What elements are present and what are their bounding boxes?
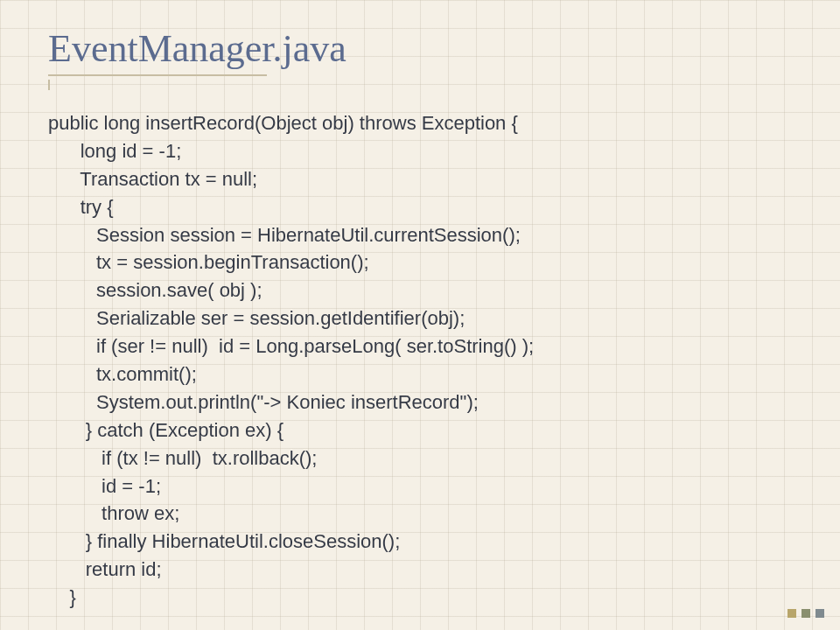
dot-icon: [788, 609, 796, 618]
decorative-dots: [788, 609, 824, 618]
slide-content: EventManager.java public long insertReco…: [0, 0, 840, 629]
slide-title: EventManager.java: [48, 26, 792, 71]
dot-icon: [802, 609, 810, 618]
dot-icon: [816, 609, 824, 618]
code-block: public long insertRecord(Object obj) thr…: [48, 109, 792, 612]
title-underline: [48, 74, 267, 76]
